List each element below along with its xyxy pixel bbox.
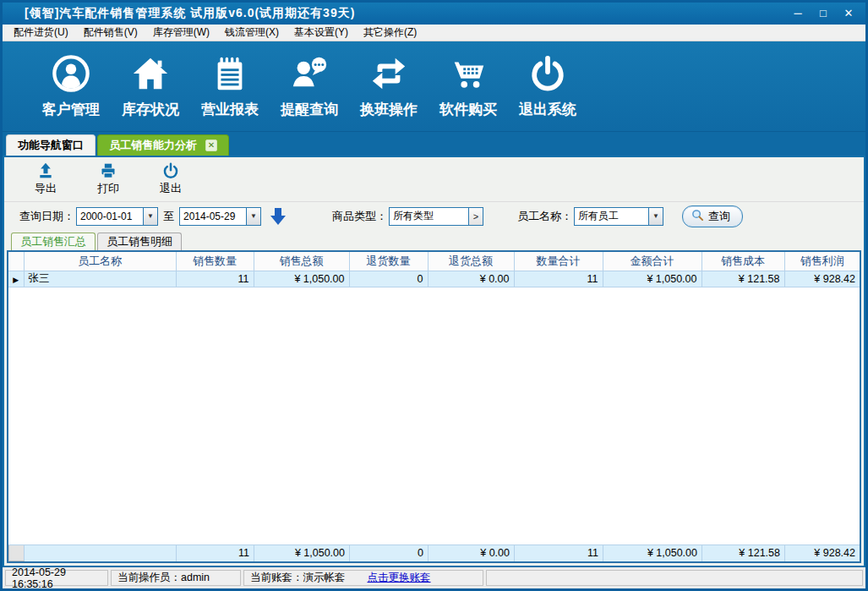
subtab-sales-detail[interactable]: 员工销售明细 [97,233,182,250]
cart-icon [448,53,489,94]
toolbar-shift-change[interactable]: 换班操作 [349,53,429,119]
menu-inventory[interactable]: 库存管理(W) [145,25,217,41]
switch-account-link[interactable]: 点击更换账套 [368,571,431,585]
date-to-value: 2014-05-29 [180,208,246,225]
employee-select[interactable]: 所有员工 ▼ [574,207,663,226]
menu-parts-purchase[interactable]: 配件进货(U) [6,25,76,41]
product-type-label: 商品类型： [332,209,387,224]
customer-icon [51,53,91,94]
print-label: 打印 [97,181,119,196]
table-row[interactable]: ▶ 张三 11 ¥ 1,050.00 0 ¥ 0.00 11 ¥ 1,050.0… [8,271,860,287]
inventory-home-icon [130,53,171,94]
current-account-text: 当前账套：演示帐套 [250,571,346,585]
report-subtabs: 员工销售汇总 员工销售明细 [4,230,864,250]
expand-icon[interactable]: > [468,208,483,225]
subtab-sales-summary[interactable]: 员工销售汇总 [11,233,96,250]
toolbar-business-report[interactable]: 营业报表 [190,53,270,119]
column-header[interactable]: 销售成本 [701,252,784,271]
total-sales-cost: ¥ 121.58 [702,545,785,561]
report-toolbar: 导出 打印 退出 [4,157,864,201]
grid-totals-table: 11 ¥ 1,050.00 0 ¥ 0.00 11 ¥ 1,050.00 ¥ 1… [8,544,860,561]
app-window: [领智]汽车配件销售管理系统 试用版v6.0(试用期还有39天) ─ □ ✕ 配… [0,0,868,591]
exit-label: 退出 [160,181,182,196]
grid-header-row: 员工名称 销售数量 销售总额 退货数量 退货总额 数量合计 金额合计 销售成本 … [8,252,860,271]
document-tabstrip: 功能导航窗口 员工销售能力分析 ✕ [3,132,865,156]
tab-close-icon[interactable]: ✕ [205,140,217,151]
menu-settings[interactable]: 基本设置(Y) [287,25,356,41]
cell-total-amount: ¥ 1,050.00 [603,271,701,287]
status-operator: 当前操作员：admin [111,570,241,586]
column-header[interactable]: 退货总额 [428,252,514,271]
toolbar-reminder-query[interactable]: 提醒查询 [270,53,349,119]
column-header[interactable]: 员工名称 [24,252,176,271]
column-header[interactable]: 数量合计 [514,252,603,271]
column-header[interactable]: 销售总额 [254,252,349,271]
cell-employee-name: 张三 [24,271,176,287]
menu-parts-sales[interactable]: 配件销售(V) [76,25,145,41]
grid-header-table: 员工名称 销售数量 销售总额 退货数量 退货总额 数量合计 金额合计 销售成本 … [8,252,860,287]
close-report-button[interactable]: 退出 [153,162,188,196]
toolbar-customer-management[interactable]: 客户管理 [31,53,111,119]
cell-sales-cost: ¥ 121.58 [701,271,784,287]
title-bar: [领智]汽车配件销售管理系统 试用版v6.0(试用期还有39天) ─ □ ✕ [3,3,865,25]
export-icon [36,162,55,179]
toolbar-label: 软件购买 [439,100,497,119]
totals-indicator-cell [9,545,25,561]
report-icon [210,53,250,94]
column-header[interactable]: 退货数量 [349,252,428,271]
chevron-down-icon[interactable]: ▼ [246,208,260,225]
status-datetime: 2014-05-29 16:35:16 [5,570,108,586]
toolbar-label: 提醒查询 [281,100,338,119]
status-empty-panel [486,570,863,586]
subtab-label: 员工销售明细 [106,234,172,249]
window-controls: ─ □ ✕ [791,7,865,20]
product-type-value: 所有类型 [390,208,468,225]
total-total-qty: 11 [515,545,603,561]
totals-row: 11 ¥ 1,050.00 0 ¥ 0.00 11 ¥ 1,050.00 ¥ 1… [9,545,860,561]
toolbar-exit-system[interactable]: 退出系统 [508,53,587,119]
total-sales-profit: ¥ 928.42 [785,545,860,561]
chevron-down-icon[interactable]: ▼ [143,208,157,225]
shift-swap-icon [368,53,409,94]
minimize-icon[interactable]: ─ [791,7,805,20]
date-to-picker[interactable]: 2014-05-29 ▼ [179,207,261,226]
column-header[interactable]: 销售数量 [176,252,254,271]
cell-total-qty: 11 [514,271,603,287]
cell-sales-amount: ¥ 1,050.00 [254,271,349,287]
query-bar: 查询日期： 2000-01-01 ▼ 至 2014-05-29 ▼ 商品类型： … [4,201,864,230]
search-icon [691,209,704,224]
toolbar-inventory-status[interactable]: 库存状况 [111,53,190,119]
print-icon [99,162,117,179]
menu-cashflow[interactable]: 钱流管理(X) [217,25,287,41]
total-return-qty: 0 [350,545,429,561]
close-icon[interactable]: ✕ [842,7,855,20]
cell-sales-qty: 11 [176,271,254,287]
content-panel: 导出 打印 退出 查询日期： 2000-01-01 ▼ 至 [3,156,865,567]
date-from-value: 2000-01-01 [77,208,143,225]
toolbar-software-purchase[interactable]: 软件购买 [429,53,508,119]
search-button[interactable]: 查询 [682,205,743,227]
cell-return-amount: ¥ 0.00 [428,271,514,287]
chevron-down-icon[interactable]: ▼ [648,208,663,225]
tab-function-navigation[interactable]: 功能导航窗口 [6,134,96,156]
product-type-field[interactable]: 所有类型 > [389,207,483,226]
query-date-label: 查询日期： [19,209,74,224]
column-header[interactable]: 销售利润 [784,252,860,271]
quick-date-arrow-icon[interactable] [270,207,287,226]
maximize-icon[interactable]: □ [816,7,830,20]
export-label: 导出 [35,181,57,196]
print-button[interactable]: 打印 [90,162,126,196]
status-bar: 2014-05-29 16:35:16 当前操作员：admin 当前账套：演示帐… [3,567,865,588]
tab-employee-sales-analysis[interactable]: 员工销售能力分析 ✕ [97,134,229,156]
power-icon [527,53,568,94]
toolbar-label: 营业报表 [201,100,259,119]
export-button[interactable]: 导出 [28,162,63,196]
column-header[interactable]: 金额合计 [603,252,701,271]
grid-empty-area [8,287,860,545]
menu-other[interactable]: 其它操作(Z) [356,25,424,41]
tab-label: 员工销售能力分析 [109,138,197,153]
window-title: [领智]汽车配件销售管理系统 试用版v6.0(试用期还有39天) [3,6,355,21]
date-from-picker[interactable]: 2000-01-01 ▼ [76,207,158,226]
search-button-label: 查询 [708,209,730,224]
total-total-amount: ¥ 1,050.00 [603,545,702,561]
